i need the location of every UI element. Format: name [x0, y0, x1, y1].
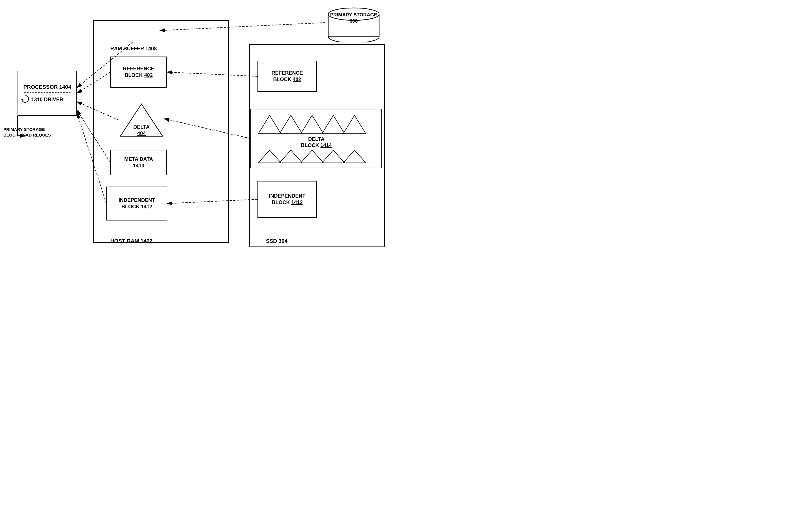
circular-arrow-icon	[20, 94, 31, 104]
svg-marker-8	[343, 115, 366, 134]
svg-marker-4	[258, 115, 281, 134]
meta-data-label: META DATA 1410	[124, 156, 153, 169]
processor-label: PROCESSOR 1404	[23, 84, 71, 91]
svg-marker-12	[279, 150, 302, 163]
diagram-container: PRIMARY STORAGE BLOCK READ REQUEST PROCE…	[0, 0, 400, 266]
svg-marker-11	[258, 150, 281, 163]
meta-data-box: META DATA 1410	[110, 150, 167, 175]
svg-marker-13	[301, 150, 323, 163]
svg-marker-15	[343, 150, 366, 163]
indep-block-ssd: INDEPENDENT BLOCK 1412	[257, 181, 317, 218]
ram-buffer-label: RAM BUFFER 1408	[110, 46, 157, 52]
indep-block-ram-label: INDEPENDENT BLOCK 1412	[119, 197, 155, 210]
svg-text:DELTA: DELTA	[308, 136, 324, 142]
delta-triangle-icon: DELTA 404	[119, 102, 164, 138]
svg-marker-7	[322, 115, 345, 134]
primary-storage-cylinder: PRIMARY STORAGE 308	[325, 6, 382, 43]
delta-ram-box: DELTA 404	[119, 102, 164, 138]
driver-label: 1310 DRIVER	[31, 96, 63, 103]
svg-text:404: 404	[137, 131, 146, 136]
delta-ssd-triangles-icon: DELTA BLOCK 1414	[257, 113, 376, 165]
ref-block-ssd: REFERENCE BLOCK 402	[257, 61, 317, 92]
indep-block-ssd-label: INDEPENDENT BLOCK 1412	[269, 193, 305, 206]
processor-box: PROCESSOR 1404 1310 DRIVER	[18, 71, 77, 116]
read-request-label: PRIMARY STORAGE BLOCK READ REQUEST	[3, 127, 53, 138]
delta-ssd-box: DELTA BLOCK 1414	[250, 109, 382, 168]
host-ram-bottom-label: HOST RAM 1402	[110, 238, 152, 244]
svg-marker-14	[322, 150, 345, 163]
svg-text:DELTA: DELTA	[133, 124, 149, 130]
ref-block-ram: REFERENCE BLOCK 402	[110, 57, 167, 88]
primary-storage-text: PRIMARY STORAGE 308	[328, 12, 379, 24]
processor-divider	[24, 92, 71, 93]
ref-block-ssd-label: REFERENCE BLOCK 402	[271, 70, 303, 83]
svg-marker-5	[279, 115, 302, 134]
indep-block-ram: INDEPENDENT BLOCK 1412	[106, 187, 167, 221]
ref-block-ram-label: REFERENCE BLOCK 402	[123, 65, 154, 79]
ssd-bottom-label: SSD 304	[266, 238, 288, 244]
svg-marker-6	[301, 115, 323, 134]
svg-marker-0	[21, 99, 23, 101]
svg-text:BLOCK 1414: BLOCK 1414	[301, 142, 332, 148]
